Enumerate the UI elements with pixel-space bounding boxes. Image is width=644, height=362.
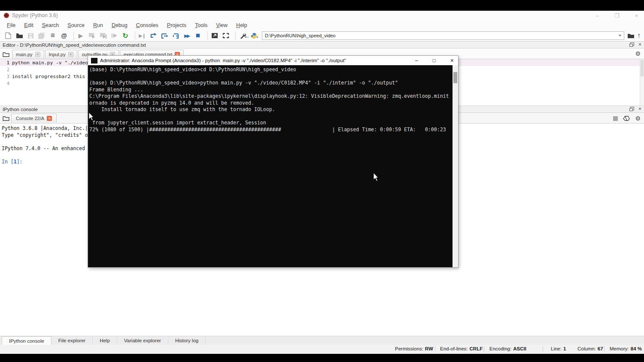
- menu-tools[interactable]: Tools: [191, 21, 212, 29]
- minimize-button[interactable]: –: [596, 12, 599, 19]
- browse-tabs-icon[interactable]: [3, 51, 9, 57]
- menu-projects[interactable]: Projects: [163, 21, 191, 29]
- terminal-line: Frame Blending ...: [89, 87, 458, 94]
- close-button[interactable]: ×: [635, 12, 638, 19]
- line-number: 2: [0, 67, 12, 72]
- screen: Spyder (Python 3.6) – ❐ × File Edit Sear…: [0, 0, 644, 362]
- menu-file[interactable]: File: [3, 21, 20, 29]
- terminal-window-controls: – □ ×: [415, 56, 454, 65]
- statusbar: Permissions:RW End-of-lines:CRLF Encodin…: [0, 345, 644, 354]
- prompt-bracket: ]:: [17, 159, 23, 165]
- maximize-button[interactable]: □: [433, 57, 436, 63]
- open-file-icon[interactable]: [15, 32, 23, 39]
- close-pane-icon[interactable]: ×: [638, 42, 641, 47]
- undock-pane-icon[interactable]: [629, 107, 634, 111]
- window-title: Spyder (Python 3.6): [12, 12, 58, 18]
- minimize-button[interactable]: –: [415, 57, 418, 63]
- undock-pane-icon[interactable]: [629, 42, 634, 47]
- close-icon[interactable]: ×: [47, 116, 52, 121]
- letterbox-bottom: [0, 354, 644, 362]
- terminal-title: Administrator: Anaconda Prompt (Anaconda…: [100, 58, 346, 63]
- close-pane-icon[interactable]: ×: [638, 107, 641, 111]
- terminal-line: [89, 113, 458, 120]
- step-return-icon[interactable]: [172, 32, 179, 39]
- status-line: Line:1: [551, 346, 566, 351]
- debug-stop-icon[interactable]: ■: [194, 32, 202, 39]
- status-column: Column:67: [577, 346, 603, 351]
- tab-main-py[interactable]: main.py ×: [12, 50, 44, 59]
- menu-run[interactable]: Run: [89, 21, 107, 29]
- restore-button[interactable]: ❐: [614, 12, 620, 19]
- interrupt-kernel-icon[interactable]: [613, 116, 618, 121]
- tab-options-gear-icon[interactable]: ⚙: [635, 50, 641, 57]
- save-icon[interactable]: [27, 32, 34, 39]
- parent-directory-icon[interactable]: ↑: [637, 32, 641, 39]
- tab-variable-explorer[interactable]: Variable explorer: [117, 336, 168, 345]
- menu-consoles[interactable]: Consoles: [132, 21, 163, 29]
- console-options-gear-icon[interactable]: ⚙: [635, 115, 641, 122]
- editor-scrollbar[interactable]: [640, 59, 644, 106]
- symbol-finder-icon[interactable]: @: [60, 32, 68, 39]
- browse-directory-icon[interactable]: [627, 32, 635, 39]
- run-cell-advance-icon[interactable]: [99, 32, 107, 39]
- run-cell-icon[interactable]: [88, 32, 96, 39]
- tab-input-py[interactable]: Input.py ×: [45, 50, 77, 59]
- debug-fast-forward-icon[interactable]: ▶▶: [183, 32, 191, 39]
- spyder-logo-icon: [3, 12, 9, 18]
- editor-pane-header: Editor - D:\PythonRUN\high_speed_video\e…: [0, 41, 644, 48]
- fullscreen-icon[interactable]: [222, 32, 230, 39]
- terminal-line: [89, 73, 458, 80]
- terminal-scrollbar[interactable]: [453, 65, 458, 267]
- re-run-cell-icon[interactable]: [110, 32, 118, 39]
- file-switcher-icon[interactable]: ≡: [49, 32, 57, 39]
- line-number: 4: [0, 81, 12, 86]
- forward-icon[interactable]: →: [253, 32, 259, 39]
- line-number: 1: [0, 60, 12, 65]
- run-file-icon[interactable]: ▶: [77, 32, 85, 39]
- console-pane-title: IPython console: [3, 107, 38, 112]
- menu-view[interactable]: View: [212, 21, 232, 29]
- line-number: 3: [0, 74, 12, 79]
- code-text: python main.py -v "./video: [12, 60, 88, 66]
- step-into-icon[interactable]: [161, 32, 168, 39]
- menu-edit[interactable]: Edit: [20, 21, 38, 29]
- terminal-line: (base) D:\PythonRUN\high_speed_video>pyt…: [89, 80, 458, 87]
- working-directory-combobox[interactable]: D:\PythonRUN\high_speed_video: [262, 31, 624, 40]
- tab-history-log[interactable]: History log: [168, 336, 206, 345]
- scrollbar-thumb[interactable]: [453, 72, 457, 83]
- tab-help[interactable]: Help: [93, 336, 117, 345]
- mouse-cursor: [373, 172, 379, 181]
- clear-console-eraser-icon[interactable]: [623, 116, 630, 121]
- close-button[interactable]: ×: [450, 57, 454, 64]
- tab-console-22a[interactable]: Console 22/A ×: [11, 114, 57, 123]
- menu-help[interactable]: Help: [232, 21, 252, 29]
- tab-label: Input.py: [49, 52, 66, 57]
- maximize-pane-icon[interactable]: [211, 32, 219, 39]
- chevron-down-icon[interactable]: [618, 35, 622, 36]
- anaconda-prompt-window[interactable]: Administrator: Anaconda Prompt (Anaconda…: [88, 56, 458, 267]
- close-icon[interactable]: ×: [68, 52, 73, 57]
- tab-file-explorer[interactable]: File explorer: [52, 336, 93, 345]
- new-file-icon[interactable]: [4, 32, 12, 39]
- terminal-line: C:\Program Files\Anaconda3\lib\site-pack…: [89, 93, 458, 100]
- menu-search[interactable]: Search: [38, 21, 64, 29]
- main-toolbar: ≡ @ ▶ ↻ ▶❙ ▶▶ ■: [0, 30, 644, 41]
- terminal-line: from jupyter_client.session import extra…: [89, 120, 458, 127]
- back-icon[interactable]: ←: [244, 32, 250, 39]
- tab-label: Console 22/A: [16, 116, 44, 121]
- working-directory-value: D:\PythonRUN\high_speed_video: [265, 33, 336, 38]
- save-all-icon[interactable]: [38, 32, 46, 39]
- menu-debug[interactable]: Debug: [107, 21, 132, 29]
- close-icon[interactable]: ×: [35, 52, 40, 57]
- tab-ipython-console[interactable]: IPython console: [2, 336, 52, 345]
- prompt-bracket: [: [11, 159, 14, 165]
- terminal-titlebar[interactable]: Administrator: Anaconda Prompt (Anaconda…: [88, 56, 458, 65]
- restart-kernel-icon[interactable]: ↻: [122, 32, 129, 39]
- terminal-line: ornado is deprecated in pyzmq 14.0 and w…: [89, 100, 458, 107]
- menu-source[interactable]: Source: [63, 21, 89, 29]
- debug-continue-icon[interactable]: ▶❙: [138, 32, 146, 39]
- terminal-output[interactable]: (base) D:\PythonRUN\high_speed_video>cd …: [88, 65, 458, 267]
- browse-tabs-icon[interactable]: [3, 115, 9, 121]
- status-memory: Memory:84 %: [610, 346, 642, 351]
- step-over-icon[interactable]: [149, 32, 157, 39]
